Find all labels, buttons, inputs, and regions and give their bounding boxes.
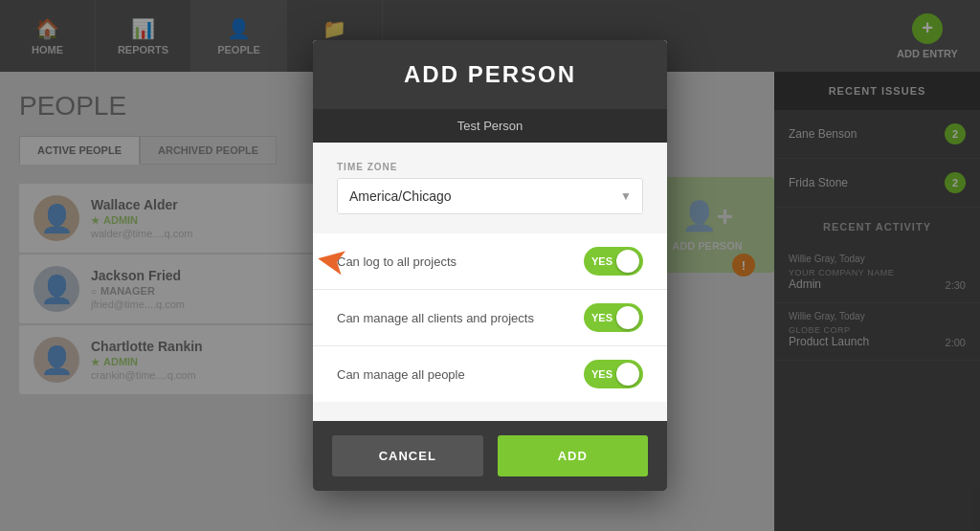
toggle-switch[interactable]: YES xyxy=(584,360,643,388)
toggle-yes-text: YES xyxy=(591,255,612,267)
cancel-button[interactable]: CANCEL xyxy=(332,435,483,476)
toggle-manage-people: Can manage all people YES xyxy=(313,346,667,402)
modal-dialog: ADD PERSON Test Person TIME ZONE America… xyxy=(313,40,667,491)
modal-header: ADD PERSON xyxy=(313,40,667,109)
toggle-yes-text: YES xyxy=(591,368,612,380)
toggle-label: Can manage all people xyxy=(337,367,465,382)
timezone-select[interactable]: America/Chicago America/New_York America… xyxy=(337,178,643,214)
modal-overlay: ADD PERSON Test Person TIME ZONE America… xyxy=(0,0,980,531)
toggle-switch[interactable]: YES xyxy=(584,303,643,332)
toggle-label: Can manage all clients and projects xyxy=(337,311,534,325)
timezone-label: TIME ZONE xyxy=(337,162,643,172)
modal-footer: CANCEL ADD xyxy=(313,421,667,491)
toggle-label: Can log to all projects xyxy=(337,254,457,269)
add-button[interactable]: ADD xyxy=(498,435,649,476)
toggle-log-projects: Can log to all projects YES xyxy=(313,233,667,290)
modal-title: ADD PERSON xyxy=(332,61,648,88)
toggle-knob xyxy=(616,250,639,273)
timezone-select-wrapper: America/Chicago America/New_York America… xyxy=(337,178,643,214)
toggle-yes-text: YES xyxy=(591,312,612,323)
modal-body: TIME ZONE America/Chicago America/New_Yo… xyxy=(313,143,667,421)
toggle-manage-clients: Can manage all clients and projects YES xyxy=(313,290,667,346)
toggle-knob xyxy=(616,363,639,386)
toggle-knob xyxy=(616,306,639,329)
toggle-switch[interactable]: YES xyxy=(584,247,643,276)
modal-subtitle: Test Person xyxy=(313,109,667,143)
